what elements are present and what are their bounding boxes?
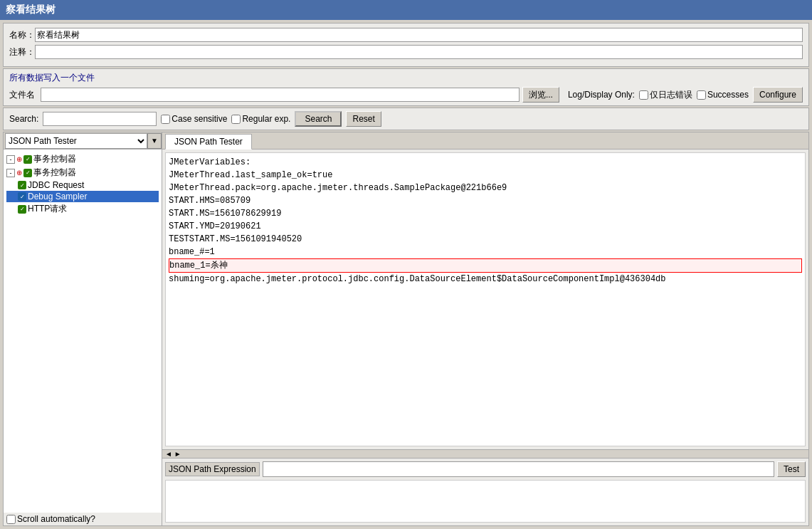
- file-label: 文件名: [9, 89, 35, 101]
- tree-item-label: HTTP请求: [28, 203, 67, 215]
- result-line: JMeterThread.pack=org.apache.jmeter.thre…: [169, 182, 802, 194]
- result-line: JMeterThread.last_sample_ok=true: [169, 169, 802, 182]
- result-line: bname_1=杀神: [169, 258, 802, 273]
- regex-checkbox[interactable]: [231, 115, 241, 124]
- file-section-title: 所有数据写入一个文件: [9, 72, 803, 84]
- name-label: 名称：: [9, 29, 35, 41]
- case-sensitive-checkbox[interactable]: [161, 115, 170, 124]
- right-panel: JSON Path Tester JMeterVariables:JMeterT…: [162, 132, 809, 526]
- tree-area: - ⊕ ✓ 事务控制器 - ⊕ ✓ 事务控制器 ✓ JDBC Request: [4, 150, 162, 513]
- regex-label: Regular exp.: [242, 114, 290, 124]
- shield-icon: ✓: [18, 205, 26, 214]
- configure-button[interactable]: Configure: [753, 87, 803, 103]
- scroll-auto-row: Scroll automatically?: [4, 513, 162, 525]
- browse-button[interactable]: 浏览...: [522, 87, 559, 103]
- tree-item-label: 事务控制器: [33, 153, 76, 165]
- json-path-bar: JSON Path Expression Test: [162, 458, 808, 480]
- case-sensitive-check[interactable]: Case sensitive: [161, 114, 227, 124]
- json-path-input[interactable]: [263, 461, 774, 477]
- tab-bar: JSON Path Tester: [162, 132, 808, 150]
- key-icon: ⊕: [16, 169, 22, 177]
- note-row: 注释：: [9, 45, 803, 59]
- tree-item-selected[interactable]: ✓ Debug Sampler: [6, 191, 159, 202]
- tree-item[interactable]: ✓ JDBC Request: [6, 179, 159, 191]
- scroll-auto-label: Scroll automatically?: [17, 514, 95, 524]
- top-panel: 名称： 注释：: [3, 23, 809, 67]
- search-input[interactable]: [43, 112, 157, 126]
- tree-item[interactable]: ✓ HTTP请求: [6, 202, 159, 216]
- reset-button[interactable]: Reset: [346, 111, 381, 127]
- shield-icon: ✓: [18, 181, 26, 189]
- name-input[interactable]: [35, 28, 803, 42]
- result-line: START.YMD=20190621: [169, 220, 802, 233]
- tree-item-label: 事务控制器: [33, 167, 76, 179]
- shield-icon: ✓: [23, 169, 32, 177]
- case-sensitive-label: Case sensitive: [172, 114, 227, 124]
- dropdown-selector: JSON Path Tester ▼: [4, 132, 162, 150]
- successes-label: Successes: [707, 90, 749, 100]
- result-line: shuming=org.apache.jmeter.protocol.jdbc.…: [169, 273, 802, 286]
- json-result-area: [165, 480, 806, 523]
- key-icon: ⊕: [16, 155, 22, 163]
- result-line: TESTSTART.MS=1561091940520: [169, 233, 802, 246]
- successes-check[interactable]: Successes: [697, 90, 749, 100]
- main-content: JSON Path Tester ▼ - ⊕ ✓ 事务控制器 - ⊕ ✓: [3, 132, 809, 526]
- test-button[interactable]: Test: [777, 461, 806, 477]
- log-display-label: Log/Display Only:: [568, 90, 635, 100]
- tree-item[interactable]: - ⊕ ✓ 事务控制器: [6, 166, 159, 179]
- errors-label: 仅日志错误: [650, 89, 692, 101]
- main-window: 察看结果树 名称： 注释： 所有数据写入一个文件 文件名 浏览... Log/D…: [0, 0, 812, 529]
- note-input[interactable]: [35, 45, 803, 59]
- regex-check[interactable]: Regular exp.: [231, 114, 290, 124]
- search-button[interactable]: Search: [295, 111, 342, 127]
- search-bar: Search: Case sensitive Regular exp. Sear…: [3, 108, 809, 130]
- expander-icon[interactable]: -: [6, 169, 15, 177]
- file-input[interactable]: [41, 88, 520, 102]
- title-bar: 察看结果树: [0, 0, 812, 20]
- scroll-auto-check[interactable]: Scroll automatically?: [6, 514, 95, 524]
- json-path-tab[interactable]: JSON Path Tester: [165, 134, 252, 150]
- result-line: START.MS=1561078629919: [169, 207, 802, 220]
- name-row: 名称：: [9, 28, 803, 42]
- expander-icon[interactable]: -: [6, 155, 15, 164]
- scroll-auto-checkbox[interactable]: [6, 515, 16, 524]
- log-display-row: Log/Display Only: 仅日志错误 Successes Config…: [562, 87, 803, 103]
- result-line: bname_#=1: [169, 246, 802, 258]
- file-section: 所有数据写入一个文件 文件名 浏览... Log/Display Only: 仅…: [3, 68, 809, 106]
- successes-checkbox[interactable]: [697, 90, 706, 100]
- left-panel: JSON Path Tester ▼ - ⊕ ✓ 事务控制器 - ⊕ ✓: [3, 132, 162, 526]
- tree-item-label: JDBC Request: [28, 180, 84, 190]
- shield-icon: ✓: [18, 192, 26, 201]
- errors-checkbox[interactable]: [639, 90, 648, 100]
- shield-icon: ✓: [23, 155, 32, 164]
- file-row: 文件名 浏览... Log/Display Only: 仅日志错误 Succes…: [9, 87, 803, 103]
- view-selector[interactable]: JSON Path Tester: [5, 133, 147, 149]
- tree-item-label: Debug Sampler: [28, 192, 87, 201]
- result-area[interactable]: JMeterVariables:JMeterThread.last_sample…: [165, 152, 806, 446]
- window-title: 察看结果树: [6, 4, 56, 16]
- note-label: 注释：: [9, 46, 35, 58]
- search-label: Search:: [9, 114, 38, 124]
- errors-only-check[interactable]: 仅日志错误: [639, 89, 692, 101]
- scroll-indicator: ◄ ►: [162, 449, 808, 458]
- result-line: JMeterVariables:: [169, 156, 802, 169]
- tree-item[interactable]: - ⊕ ✓ 事务控制器: [6, 152, 159, 166]
- dropdown-arrow[interactable]: ▼: [147, 133, 162, 149]
- json-path-label: JSON Path Expression: [165, 462, 260, 476]
- result-line: START.HMS=085709: [169, 194, 802, 207]
- scroll-arrows: ◄ ►: [165, 450, 181, 458]
